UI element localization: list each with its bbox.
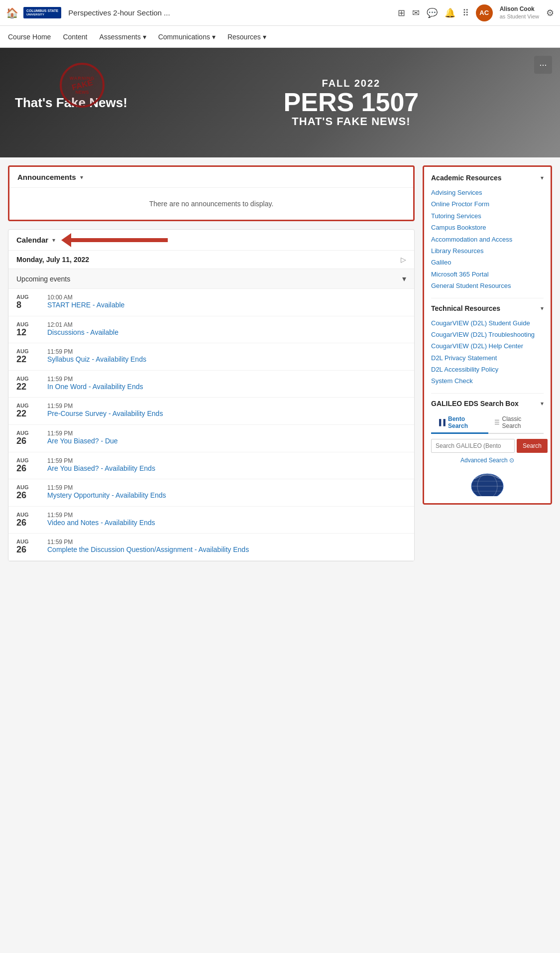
event-time: 11:59 PM: [47, 376, 406, 383]
event-month: AUG: [16, 539, 28, 545]
galileo-logo: [431, 469, 544, 496]
event-month: AUG: [16, 321, 28, 327]
event-name[interactable]: Are You Biased? - Availability Ends: [47, 464, 406, 472]
event-name[interactable]: Discussions - Available: [47, 328, 406, 336]
classic-tab-icon: ☰: [494, 419, 500, 426]
page-title: Perspectives 2-hour Section ...: [68, 8, 397, 17]
hero-more-button[interactable]: ···: [534, 56, 552, 74]
technical-resources-header[interactable]: Technical Resources ▾: [431, 304, 544, 312]
upcoming-events-title: Upcoming events: [16, 275, 70, 283]
technical-resource-link[interactable]: CougarVIEW (D2L) Student Guide: [431, 317, 544, 329]
tab-classic-search[interactable]: ☰ Classic Search: [488, 412, 544, 433]
nav-assessments[interactable]: Assessments ▾: [99, 33, 146, 41]
hero-tagline: THAT'S FAKE NEWS!: [292, 115, 410, 128]
event-date: AUG 22: [16, 403, 41, 419]
calendar-next-arrow[interactable]: ▷: [401, 256, 406, 264]
technical-resources-links: CougarVIEW (D2L) Student GuideCougarVIEW…: [431, 317, 544, 387]
event-day: 26: [16, 490, 26, 501]
event-name[interactable]: Pre-Course Survey - Availability Ends: [47, 409, 406, 417]
calendar-header[interactable]: Calendar ▾: [8, 230, 414, 251]
calendar-date-row: Monday, July 11, 2022 ▷: [8, 251, 414, 269]
academic-resource-link[interactable]: Microsoft 365 Portal: [431, 269, 544, 280]
gear-icon[interactable]: ⚙: [546, 7, 554, 18]
academic-resource-link[interactable]: Tutoring Services: [431, 210, 544, 222]
event-name[interactable]: In One Word - Availability Ends: [47, 383, 406, 391]
event-details: 11:59 PM Syllabus Quiz - Availability En…: [47, 348, 406, 363]
event-date: AUG 26: [16, 512, 41, 529]
calendar-title: Calendar: [16, 236, 48, 244]
galileo-search-title: GALILEO EDS Search Box: [431, 400, 519, 408]
announcements-body: There are no announcements to display.: [9, 188, 413, 220]
event-day: 22: [16, 382, 26, 393]
event-month: AUG: [16, 512, 28, 518]
technical-resource-link[interactable]: CougarVIEW (D2L) Troubleshooting: [431, 329, 544, 340]
chat-icon[interactable]: 💬: [427, 7, 438, 18]
event-item: AUG 26 11:59 PM Complete the Discussion …: [8, 534, 414, 561]
event-item: AUG 12 12:01 AM Discussions - Available: [8, 316, 414, 344]
technical-resource-link[interactable]: System Check: [431, 375, 544, 387]
fake-news-stamp: WARNING FAKE NEWS: [60, 63, 105, 108]
event-details: 11:59 PM Are You Biased? - Availability …: [47, 457, 406, 472]
hero-course: PERS 1507: [284, 89, 419, 115]
home-icon[interactable]: 🏠: [6, 7, 18, 19]
event-name[interactable]: Syllabus Quiz - Availability Ends: [47, 355, 406, 363]
calendar-section: Calendar ▾ Monday, July 11, 2022 ▷ Upcom…: [8, 229, 415, 561]
galileo-search-button[interactable]: Search: [517, 439, 548, 453]
nav-communications[interactable]: Communications ▾: [158, 33, 216, 41]
event-date: AUG 8: [16, 294, 41, 311]
announcements-header[interactable]: Announcements ▾: [9, 167, 413, 188]
event-item: AUG 26 11:59 PM Mystery Opportunity - Av…: [8, 479, 414, 507]
upcoming-events-header[interactable]: Upcoming events ▾: [8, 269, 414, 289]
academic-resource-link[interactable]: General Student Resources: [431, 280, 544, 291]
academic-resource-link[interactable]: Galileo: [431, 257, 544, 268]
academic-resources-chevron: ▾: [541, 174, 544, 181]
mail-icon[interactable]: ✉: [412, 7, 420, 18]
event-name[interactable]: Are You Biased? - Due: [47, 437, 406, 445]
academic-resource-link[interactable]: Library Resources: [431, 245, 544, 257]
event-name[interactable]: Mystery Opportunity - Availability Ends: [47, 491, 406, 499]
classic-tab-label: Classic Search: [502, 415, 538, 429]
grid-icon[interactable]: ⊞: [398, 7, 405, 18]
event-month: AUG: [16, 430, 28, 436]
calendar-current-date: Monday, July 11, 2022: [16, 256, 89, 264]
academic-resource-link[interactable]: Online Proctor Form: [431, 198, 544, 210]
tab-bento-search[interactable]: ▐▐ Bento Search: [431, 412, 488, 434]
upcoming-events-chevron: ▾: [402, 274, 406, 283]
event-name[interactable]: Complete the Discussion Question/Assignm…: [47, 545, 406, 553]
announcements-chevron: ▾: [80, 174, 83, 181]
nav-course-home[interactable]: Course Home: [8, 33, 51, 41]
bell-icon[interactable]: 🔔: [445, 7, 455, 18]
event-name[interactable]: START HERE - Available: [47, 301, 406, 309]
academic-resources-header[interactable]: Academic Resources ▾: [431, 174, 544, 182]
event-time: 11:59 PM: [47, 484, 406, 491]
technical-resource-link[interactable]: CougarVIEW (D2L) Help Center: [431, 340, 544, 352]
logo-text-line2: UNIVERSITY: [26, 13, 58, 16]
communications-chevron: ▾: [212, 33, 216, 41]
event-month: AUG: [16, 403, 28, 408]
technical-resource-link[interactable]: D2L Accessibility Policy: [431, 364, 544, 375]
academic-resource-link[interactable]: Campus Bookstore: [431, 222, 544, 233]
technical-resource-link[interactable]: D2L Privacy Statement: [431, 352, 544, 364]
user-info: Alison Cook as Student View: [500, 5, 539, 20]
galileo-search-input[interactable]: [431, 439, 515, 453]
assessments-chevron: ▾: [143, 33, 146, 41]
top-nav: 🏠 COLUMBUS STATE UNIVERSITY Perspectives…: [0, 0, 560, 26]
event-month: AUG: [16, 294, 28, 300]
event-time: 11:59 PM: [47, 348, 406, 355]
secondary-nav: Course Home Content Assessments ▾ Commun…: [0, 26, 560, 48]
academic-resource-link[interactable]: Accommodation and Access: [431, 234, 544, 245]
nav-resources[interactable]: Resources ▾: [227, 33, 266, 41]
event-name[interactable]: Video and Notes - Availability Ends: [47, 519, 406, 527]
user-initials: AC: [479, 9, 489, 16]
nav-content[interactable]: Content: [63, 33, 87, 41]
academic-resource-link[interactable]: Advising Services: [431, 187, 544, 198]
galileo-search-header[interactable]: GALILEO EDS Search Box ▾: [431, 400, 544, 408]
hero-center: FALL 2022 PERS 1507 THAT'S FAKE NEWS!: [142, 78, 560, 128]
advanced-search-link[interactable]: Advanced Search ⊙: [431, 457, 544, 464]
event-item: AUG 22 11:59 PM Pre-Course Survey - Avai…: [8, 398, 414, 425]
user-role: as Student View: [500, 13, 539, 20]
logo-box: COLUMBUS STATE UNIVERSITY: [23, 7, 61, 19]
user-avatar[interactable]: AC: [476, 4, 493, 21]
menu-dots-icon[interactable]: ⠿: [462, 7, 469, 18]
event-day: 26: [16, 436, 26, 447]
